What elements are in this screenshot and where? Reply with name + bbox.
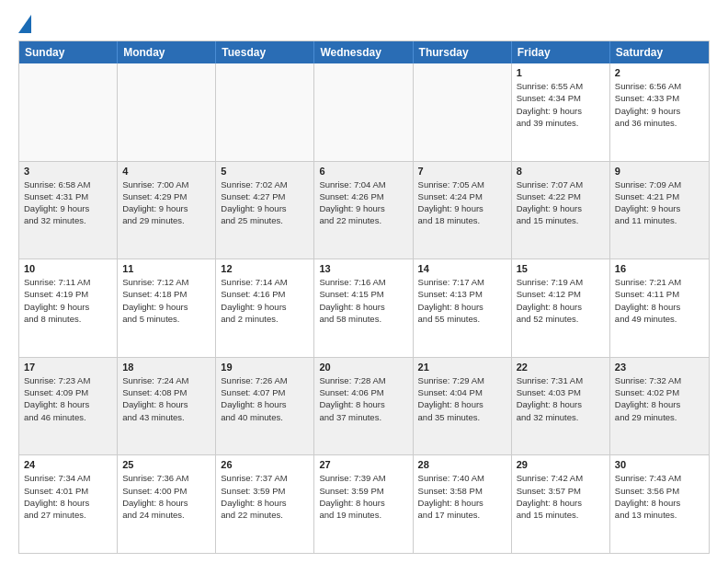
day-number: 9	[615, 166, 704, 177]
day-number: 27	[319, 459, 407, 470]
calendar-cell: 11Sunrise: 7:12 AM Sunset: 4:18 PM Dayli…	[118, 259, 216, 357]
day-info: Sunrise: 7:07 AM Sunset: 4:22 PM Dayligh…	[517, 178, 605, 227]
calendar-row-4: 24Sunrise: 7:34 AM Sunset: 4:01 PM Dayli…	[19, 454, 709, 553]
day-info: Sunrise: 7:29 AM Sunset: 4:04 PM Dayligh…	[418, 374, 506, 423]
day-number: 7	[418, 166, 506, 177]
calendar-cell: 17Sunrise: 7:23 AM Sunset: 4:09 PM Dayli…	[19, 358, 118, 455]
day-number: 25	[122, 459, 210, 470]
day-number: 2	[615, 67, 704, 78]
day-info: Sunrise: 7:14 AM Sunset: 4:16 PM Dayligh…	[221, 276, 309, 325]
calendar-cell: 28Sunrise: 7:40 AM Sunset: 3:58 PM Dayli…	[414, 455, 512, 553]
calendar-cell: 29Sunrise: 7:42 AM Sunset: 3:57 PM Dayli…	[512, 455, 610, 553]
day-number: 22	[517, 362, 605, 373]
calendar-cell: 24Sunrise: 7:34 AM Sunset: 4:01 PM Dayli…	[19, 455, 118, 553]
calendar-cell	[216, 63, 314, 161]
day-info: Sunrise: 7:42 AM Sunset: 3:57 PM Dayligh…	[517, 472, 605, 521]
day-number: 28	[418, 459, 506, 470]
calendar-cell: 5Sunrise: 7:02 AM Sunset: 4:27 PM Daylig…	[216, 162, 314, 259]
day-number: 29	[517, 459, 605, 470]
calendar-cell: 9Sunrise: 7:09 AM Sunset: 4:21 PM Daylig…	[610, 162, 709, 259]
day-info: Sunrise: 7:28 AM Sunset: 4:06 PM Dayligh…	[319, 374, 407, 423]
day-number: 4	[122, 166, 210, 177]
day-number: 10	[24, 263, 112, 274]
day-info: Sunrise: 7:21 AM Sunset: 4:11 PM Dayligh…	[615, 276, 704, 325]
calendar-cell: 19Sunrise: 7:26 AM Sunset: 4:07 PM Dayli…	[216, 358, 314, 455]
day-info: Sunrise: 7:39 AM Sunset: 3:59 PM Dayligh…	[319, 472, 407, 521]
logo-icon	[18, 15, 31, 33]
day-number: 1	[517, 67, 605, 78]
day-info: Sunrise: 7:17 AM Sunset: 4:13 PM Dayligh…	[418, 276, 506, 325]
calendar: SundayMondayTuesdayWednesdayThursdayFrid…	[18, 40, 710, 554]
day-info: Sunrise: 7:24 AM Sunset: 4:08 PM Dayligh…	[122, 374, 210, 423]
day-info: Sunrise: 7:09 AM Sunset: 4:21 PM Dayligh…	[615, 178, 704, 227]
header-cell-friday: Friday	[512, 41, 610, 63]
day-info: Sunrise: 6:55 AM Sunset: 4:34 PM Dayligh…	[517, 80, 605, 129]
day-number: 16	[615, 263, 704, 274]
calendar-cell	[314, 63, 413, 161]
calendar-cell: 3Sunrise: 6:58 AM Sunset: 4:31 PM Daylig…	[19, 162, 118, 259]
day-info: Sunrise: 7:05 AM Sunset: 4:24 PM Dayligh…	[418, 178, 506, 227]
day-info: Sunrise: 7:26 AM Sunset: 4:07 PM Dayligh…	[221, 374, 309, 423]
day-info: Sunrise: 7:04 AM Sunset: 4:26 PM Dayligh…	[319, 178, 407, 227]
calendar-cell	[118, 63, 216, 161]
day-info: Sunrise: 7:16 AM Sunset: 4:15 PM Dayligh…	[319, 276, 407, 325]
day-info: Sunrise: 7:36 AM Sunset: 4:00 PM Dayligh…	[122, 472, 210, 521]
day-info: Sunrise: 7:34 AM Sunset: 4:01 PM Dayligh…	[24, 472, 112, 521]
calendar-cell: 2Sunrise: 6:56 AM Sunset: 4:33 PM Daylig…	[610, 63, 709, 161]
calendar-row-2: 10Sunrise: 7:11 AM Sunset: 4:19 PM Dayli…	[19, 259, 709, 357]
calendar-cell: 1Sunrise: 6:55 AM Sunset: 4:34 PM Daylig…	[512, 63, 610, 161]
day-number: 13	[319, 263, 407, 274]
day-number: 20	[319, 362, 407, 373]
calendar-row-0: 1Sunrise: 6:55 AM Sunset: 4:34 PM Daylig…	[19, 63, 709, 161]
day-number: 8	[517, 166, 605, 177]
calendar-row-1: 3Sunrise: 6:58 AM Sunset: 4:31 PM Daylig…	[19, 161, 709, 259]
calendar-cell: 12Sunrise: 7:14 AM Sunset: 4:16 PM Dayli…	[216, 259, 314, 357]
calendar-cell: 13Sunrise: 7:16 AM Sunset: 4:15 PM Dayli…	[314, 259, 413, 357]
header-cell-tuesday: Tuesday	[216, 41, 314, 63]
day-info: Sunrise: 7:37 AM Sunset: 3:59 PM Dayligh…	[221, 472, 309, 521]
header-cell-wednesday: Wednesday	[314, 41, 413, 63]
day-number: 30	[615, 459, 704, 470]
calendar-cell: 30Sunrise: 7:43 AM Sunset: 3:56 PM Dayli…	[610, 455, 709, 553]
day-info: Sunrise: 7:11 AM Sunset: 4:19 PM Dayligh…	[24, 276, 112, 325]
day-info: Sunrise: 7:23 AM Sunset: 4:09 PM Dayligh…	[24, 374, 112, 423]
day-number: 23	[615, 362, 704, 373]
calendar-cell: 25Sunrise: 7:36 AM Sunset: 4:00 PM Dayli…	[118, 455, 216, 553]
calendar-cell: 14Sunrise: 7:17 AM Sunset: 4:13 PM Dayli…	[414, 259, 512, 357]
calendar-cell	[414, 63, 512, 161]
calendar-cell: 21Sunrise: 7:29 AM Sunset: 4:04 PM Dayli…	[414, 358, 512, 455]
day-number: 17	[24, 362, 112, 373]
day-number: 6	[319, 166, 407, 177]
calendar-cell: 27Sunrise: 7:39 AM Sunset: 3:59 PM Dayli…	[314, 455, 413, 553]
calendar-cell: 18Sunrise: 7:24 AM Sunset: 4:08 PM Dayli…	[118, 358, 216, 455]
day-info: Sunrise: 6:58 AM Sunset: 4:31 PM Dayligh…	[24, 178, 112, 227]
header-cell-thursday: Thursday	[414, 41, 512, 63]
day-number: 15	[517, 263, 605, 274]
day-number: 14	[418, 263, 506, 274]
calendar-cell: 23Sunrise: 7:32 AM Sunset: 4:02 PM Dayli…	[610, 358, 709, 455]
logo	[18, 15, 35, 33]
day-number: 12	[221, 263, 309, 274]
calendar-cell: 8Sunrise: 7:07 AM Sunset: 4:22 PM Daylig…	[512, 162, 610, 259]
calendar-cell: 15Sunrise: 7:19 AM Sunset: 4:12 PM Dayli…	[512, 259, 610, 357]
day-number: 24	[24, 459, 112, 470]
day-number: 3	[24, 166, 112, 177]
day-number: 21	[418, 362, 506, 373]
day-number: 19	[221, 362, 309, 373]
day-number: 5	[221, 166, 309, 177]
day-info: Sunrise: 7:43 AM Sunset: 3:56 PM Dayligh…	[615, 472, 704, 521]
calendar-cell: 6Sunrise: 7:04 AM Sunset: 4:26 PM Daylig…	[314, 162, 413, 259]
calendar-header: SundayMondayTuesdayWednesdayThursdayFrid…	[19, 41, 709, 63]
header	[18, 15, 710, 33]
page: SundayMondayTuesdayWednesdayThursdayFrid…	[0, 0, 728, 563]
header-cell-saturday: Saturday	[610, 41, 709, 63]
day-info: Sunrise: 7:40 AM Sunset: 3:58 PM Dayligh…	[418, 472, 506, 521]
day-number: 26	[221, 459, 309, 470]
calendar-cell: 4Sunrise: 7:00 AM Sunset: 4:29 PM Daylig…	[118, 162, 216, 259]
day-number: 11	[122, 263, 210, 274]
header-cell-monday: Monday	[118, 41, 216, 63]
day-info: Sunrise: 6:56 AM Sunset: 4:33 PM Dayligh…	[615, 80, 704, 129]
calendar-body: 1Sunrise: 6:55 AM Sunset: 4:34 PM Daylig…	[19, 63, 709, 553]
calendar-cell: 26Sunrise: 7:37 AM Sunset: 3:59 PM Dayli…	[216, 455, 314, 553]
calendar-cell	[19, 63, 118, 161]
